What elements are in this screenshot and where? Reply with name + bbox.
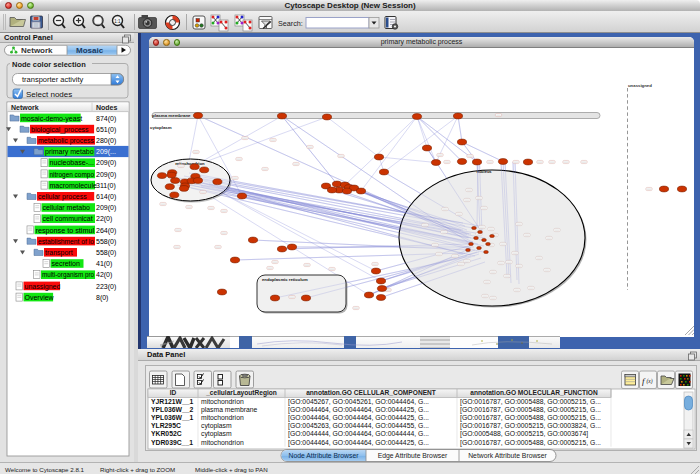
svg-text:Network Attribute Browser: Network Attribute Browser xyxy=(468,452,547,459)
svg-text:42(0): 42(0) xyxy=(96,271,112,279)
svg-text:[GO:0005488, GO:0005215, GO:00: [GO:0005488, GO:0005215, GO:0003674] xyxy=(460,430,588,438)
svg-text:YPL036W__1: YPL036W__1 xyxy=(151,414,194,421)
svg-text:264(0): 264(0) xyxy=(96,227,116,235)
svg-text:8(0): 8(0) xyxy=(96,294,108,302)
svg-text:_cellularLayoutRegion: _cellularLayoutRegion xyxy=(205,389,277,397)
svg-text:[GO:0016787, GO:0005488, GO:00: [GO:0016787, GO:0005488, GO:0005215, G..… xyxy=(460,414,601,422)
svg-text:558(0): 558(0) xyxy=(96,238,116,246)
svg-text:annotation.GO MOLECULAR_FUNCTI: annotation.GO MOLECULAR_FUNCTION xyxy=(470,389,598,396)
svg-text:cellular process: cellular process xyxy=(38,193,87,201)
svg-text:311(0): 311(0) xyxy=(96,182,116,190)
svg-text:[GO:0044464, GO:0044464, GO:00: [GO:0044464, GO:0044464, GO:0044425, G..… xyxy=(288,439,429,447)
svg-text:Nodes: Nodes xyxy=(96,104,118,111)
svg-text:unassigned: unassigned xyxy=(628,83,652,88)
svg-text:YJR121W__1: YJR121W__1 xyxy=(151,398,194,405)
svg-text:plasma membrane: plasma membrane xyxy=(152,113,191,118)
svg-text:Edge Attribute Browser: Edge Attribute Browser xyxy=(378,452,448,460)
svg-text:[GO:0044464, GO:0044464, GO:00: [GO:0044464, GO:0044464, GO:0044425, G..… xyxy=(288,406,429,414)
svg-text:nucleus: nucleus xyxy=(476,169,492,174)
svg-text:nitrogen compo: nitrogen compo xyxy=(50,171,95,179)
svg-text:Overview: Overview xyxy=(25,294,55,301)
svg-text:280(0): 280(0) xyxy=(96,137,116,145)
svg-text:cellular metabo: cellular metabo xyxy=(43,204,91,211)
svg-text:transporter activity: transporter activity xyxy=(22,75,84,84)
svg-text:multi-organism pro: multi-organism pro xyxy=(42,271,94,279)
svg-text:(x): (x) xyxy=(647,378,653,385)
svg-text:endoplasmic reticulum: endoplasmic reticulum xyxy=(262,277,308,282)
svg-text:[GO:0045267, GO:0045261, GO:00: [GO:0045267, GO:0045261, GO:0044464, G..… xyxy=(288,398,429,406)
svg-text:651(0): 651(0) xyxy=(96,126,116,134)
svg-text:YKR052C: YKR052C xyxy=(151,430,182,437)
svg-text:unassigned: unassigned xyxy=(25,283,61,291)
svg-text:[GO:0016787, GO:0005488, GO:00: [GO:0016787, GO:0005488, GO:0005215, G..… xyxy=(460,439,601,447)
svg-text:209(0): 209(0) xyxy=(96,159,116,167)
svg-text:mitochondrion: mitochondrion xyxy=(201,414,244,421)
svg-text:cytoplasm: cytoplasm xyxy=(201,430,232,438)
svg-text:[GO:0016787, GO:0005215, GO:00: [GO:0016787, GO:0005215, GO:0003824, G..… xyxy=(460,422,601,430)
svg-text:Select nodes: Select nodes xyxy=(26,90,72,99)
svg-text:22(0): 22(0) xyxy=(96,215,112,223)
svg-text:41(0): 41(0) xyxy=(96,260,112,268)
svg-text:[GO:0044444, GO:0044464, GO:00: [GO:0044444, GO:0044464, GO:0044444, G..… xyxy=(288,430,429,438)
svg-text:biological_process: biological_process xyxy=(31,126,89,134)
svg-text:mosaic-demo-yeast: mosaic-demo-yeast xyxy=(21,115,82,123)
svg-text:nucleobase-...: nucleobase-... xyxy=(50,159,95,166)
svg-text:establishment of lo: establishment of lo xyxy=(38,238,94,245)
svg-text:[GO:0044464, GO:0044464, GO:00: [GO:0044464, GO:0044464, GO:0044425, G..… xyxy=(288,414,429,422)
svg-text:209(0): 209(0) xyxy=(96,171,116,179)
svg-text:Network: Network xyxy=(11,104,39,111)
svg-text:cell communicat: cell communicat xyxy=(43,215,93,222)
svg-text:Node Attribute Browser: Node Attribute Browser xyxy=(289,452,360,459)
svg-text:metabolic process: metabolic process xyxy=(38,137,94,145)
svg-text:YPL036W__2: YPL036W__2 xyxy=(151,406,194,413)
svg-text:874(0): 874(0) xyxy=(96,115,116,123)
svg-text:223(0): 223(0) xyxy=(96,283,116,291)
svg-text:macromolecule: macromolecule xyxy=(50,182,98,189)
svg-text:primary metabo: primary metabo xyxy=(45,148,94,156)
svg-text:[GO:0016787, GO:0005488, GO:00: [GO:0016787, GO:0005488, GO:0005215, G..… xyxy=(460,406,601,414)
svg-text:614(0): 614(0) xyxy=(96,193,116,201)
svg-text:ID: ID xyxy=(170,389,177,396)
svg-text:mitochondrion: mitochondrion xyxy=(201,398,244,405)
svg-text:Search:: Search: xyxy=(278,19,303,28)
svg-text:Node color selection: Node color selection xyxy=(12,60,86,69)
svg-text:558(0): 558(0) xyxy=(96,249,116,257)
svg-text:Mosaic: Mosaic xyxy=(76,46,104,55)
svg-text:secretion: secretion xyxy=(52,260,81,267)
svg-text:YDR039C__1: YDR039C__1 xyxy=(151,439,193,446)
svg-text:mitochondrion: mitochondrion xyxy=(201,439,244,446)
svg-text:cytoplasm: cytoplasm xyxy=(201,422,232,430)
svg-text:209(...: 209(... xyxy=(96,148,116,156)
svg-text:[GO:0045263, GO:0044444, GO:00: [GO:0045263, GO:0044444, GO:0044455, G..… xyxy=(288,422,429,430)
svg-text:YLR295C: YLR295C xyxy=(151,422,181,429)
svg-text:annotation.GO CELLULAR_COMPONE: annotation.GO CELLULAR_COMPONENT xyxy=(306,389,436,396)
svg-text:[GO:0016787, GO:0005488, GO:00: [GO:0016787, GO:0005488, GO:0005215, G..… xyxy=(460,398,601,406)
svg-text:transport: transport xyxy=(45,249,73,257)
svg-text:Network: Network xyxy=(21,46,53,55)
svg-text:1:1: 1:1 xyxy=(114,19,121,24)
svg-text:209(0): 209(0) xyxy=(96,204,116,212)
svg-text:cytoplasm: cytoplasm xyxy=(150,125,172,130)
svg-text:plasma membrane: plasma membrane xyxy=(201,406,258,414)
svg-text:response to stimul: response to stimul xyxy=(36,227,95,235)
